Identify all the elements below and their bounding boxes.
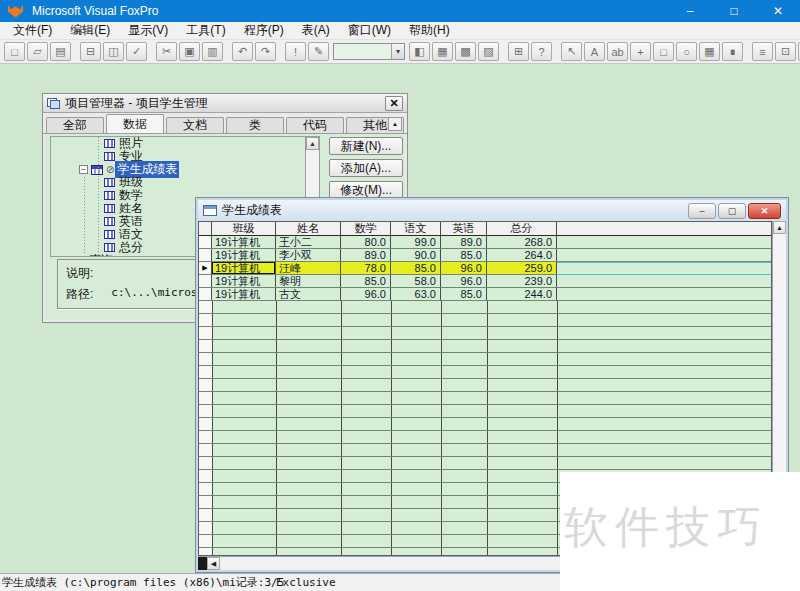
record-pointer-cell[interactable]	[199, 236, 212, 248]
close-button[interactable]: ✕	[756, 0, 800, 22]
menu-edit[interactable]: 编辑(E)	[61, 22, 119, 39]
cell-total[interactable]: 264.0	[487, 249, 557, 261]
column-header-total[interactable]: 总分	[487, 222, 557, 235]
cell-english[interactable]: 89.0	[441, 236, 487, 248]
cell-name[interactable]: 黎明	[276, 275, 341, 287]
cell-name[interactable]: 王小二	[276, 236, 341, 248]
cell-name[interactable]: 汪峰	[276, 262, 341, 274]
tab-all[interactable]: 全部	[46, 117, 104, 133]
cell-math[interactable]: 80.0	[341, 236, 391, 248]
undo-button[interactable]: ↶	[232, 42, 253, 61]
main-titlebar[interactable]: Microsoft Visual FoxPro – □ ✕	[0, 0, 800, 22]
toolbar-separator[interactable]	[224, 42, 231, 61]
scroll-up-icon[interactable]: ▲	[773, 221, 786, 234]
toolbar-separator[interactable]	[277, 42, 284, 61]
rectangle-tool-button[interactable]: □	[653, 42, 674, 61]
db-modify-button[interactable]: ▨	[478, 42, 499, 61]
cell-class[interactable]: 19计算机	[212, 236, 276, 248]
data-session-button[interactable]: ▩	[455, 42, 476, 61]
cell-english[interactable]: 85.0	[441, 249, 487, 261]
cell-class[interactable]: 19计算机	[212, 249, 276, 261]
record-pointer-cell[interactable]: ▶	[199, 262, 212, 274]
minimize-button[interactable]: –	[668, 0, 712, 22]
table-row[interactable]: 19计算机 古文 96.0 63.0 85.0 244.0	[199, 288, 771, 301]
toolbar-separator[interactable]	[553, 42, 560, 61]
label-tool-button[interactable]: A	[584, 42, 605, 61]
tree-field-item[interactable]: 照片	[51, 137, 319, 150]
redo-button[interactable]: ↷	[255, 42, 276, 61]
cell-english[interactable]: 85.0	[441, 288, 487, 300]
tab-class[interactable]: 类	[226, 117, 284, 133]
scroll-up-icon[interactable]: ▲	[306, 137, 319, 150]
cell-chinese[interactable]: 85.0	[391, 262, 441, 274]
record-pointer-cell[interactable]	[199, 249, 212, 261]
column-header-chinese[interactable]: 语文	[391, 222, 441, 235]
table-row[interactable]: ▶ 19计算机 汪峰 78.0 85.0 96.0 259.0	[199, 262, 771, 275]
copy-button[interactable]: ▣	[179, 42, 200, 61]
tab-up-arrow-button[interactable]: ▴	[388, 117, 402, 131]
tab-data[interactable]: 数据	[106, 114, 164, 133]
project-manager-close-button[interactable]: ✕	[385, 96, 403, 111]
cell-math[interactable]: 78.0	[341, 262, 391, 274]
menu-tools[interactable]: 工具(T)	[177, 22, 234, 39]
table-row[interactable]: 19计算机 王小二 80.0 99.0 89.0 268.0	[199, 236, 771, 249]
browse-table-button[interactable]: ▦	[432, 42, 453, 61]
cell-math[interactable]: 96.0	[341, 288, 391, 300]
run-button[interactable]: !	[285, 42, 306, 61]
grid-splitter[interactable]	[198, 557, 207, 570]
lock-button[interactable]: ∎	[722, 42, 743, 61]
browse-titlebar[interactable]: 学生成绩表 – ▢ ✕	[198, 200, 786, 221]
cell-class[interactable]: 19计算机	[212, 288, 276, 300]
menu-help[interactable]: 帮助(H)	[400, 22, 459, 39]
textbox-tool-button[interactable]: ab	[607, 42, 628, 61]
form-wizard-button[interactable]: ⊞	[508, 42, 529, 61]
cell-english[interactable]: 96.0	[441, 262, 487, 274]
toolbar-separator[interactable]	[744, 42, 751, 61]
browse-close-button[interactable]: ✕	[748, 203, 781, 219]
column-header-english[interactable]: 英语	[441, 222, 487, 235]
maximize-button[interactable]: □	[712, 0, 756, 22]
grid-tool-button[interactable]: ▦	[699, 42, 720, 61]
record-pointer-cell[interactable]	[199, 275, 212, 287]
cell-total[interactable]: 244.0	[487, 288, 557, 300]
cell-total[interactable]: 268.0	[487, 236, 557, 248]
spelling-button[interactable]: ✓	[126, 42, 147, 61]
view-window-button[interactable]: ◧	[409, 42, 430, 61]
scroll-left-icon[interactable]: ◀	[207, 557, 220, 570]
browse-maximize-button[interactable]: ▢	[718, 203, 746, 219]
pointer-tool-button[interactable]: ↖	[561, 42, 582, 61]
cell-chinese[interactable]: 58.0	[391, 275, 441, 287]
table-row[interactable]: 19计算机 李小双 89.0 90.0 85.0 264.0	[199, 249, 771, 262]
spinner-tool-button[interactable]: +	[630, 42, 651, 61]
menu-window[interactable]: 窗口(W)	[339, 22, 400, 39]
print-preview-button[interactable]: ◫	[103, 42, 124, 61]
print-button[interactable]: ⊟	[80, 42, 101, 61]
project-manager-titlebar[interactable]: 项目管理器 - 项目学生管理 ✕	[43, 94, 407, 113]
cell-class[interactable]: 19计算机	[212, 275, 276, 287]
database-combobox[interactable]: ▾	[333, 43, 405, 60]
toolbar-separator[interactable]	[148, 42, 155, 61]
tab-docs[interactable]: 文档	[166, 117, 224, 133]
help-button[interactable]: ?	[531, 42, 552, 61]
menu-program[interactable]: 程序(P)	[235, 22, 293, 39]
toolbar-separator[interactable]	[500, 42, 507, 61]
new-file-button[interactable]: □	[4, 42, 25, 61]
toolbar-separator[interactable]	[72, 42, 79, 61]
browse-minimize-button[interactable]: –	[688, 203, 716, 219]
collapse-icon[interactable]: −	[79, 165, 88, 174]
cell-total[interactable]: 239.0	[487, 275, 557, 287]
save-button[interactable]: ▤	[50, 42, 71, 61]
menu-file[interactable]: 文件(F)	[4, 22, 61, 39]
layout-button[interactable]: ≡	[752, 42, 773, 61]
menu-table[interactable]: 表(A)	[293, 22, 339, 39]
new-button[interactable]: 新建(N)...	[329, 137, 403, 155]
cell-chinese[interactable]: 63.0	[391, 288, 441, 300]
column-header-class[interactable]: 班级	[212, 222, 276, 235]
cell-chinese[interactable]: 90.0	[391, 249, 441, 261]
menu-view[interactable]: 显示(V)	[119, 22, 177, 39]
cell-math[interactable]: 85.0	[341, 275, 391, 287]
column-header-name[interactable]: 姓名	[276, 222, 341, 235]
tree-field-item[interactable]: 班级	[51, 176, 319, 189]
tree-item-selected-table[interactable]: − ⊘ 学生成绩表	[51, 163, 319, 176]
record-pointer-cell[interactable]	[199, 288, 212, 300]
